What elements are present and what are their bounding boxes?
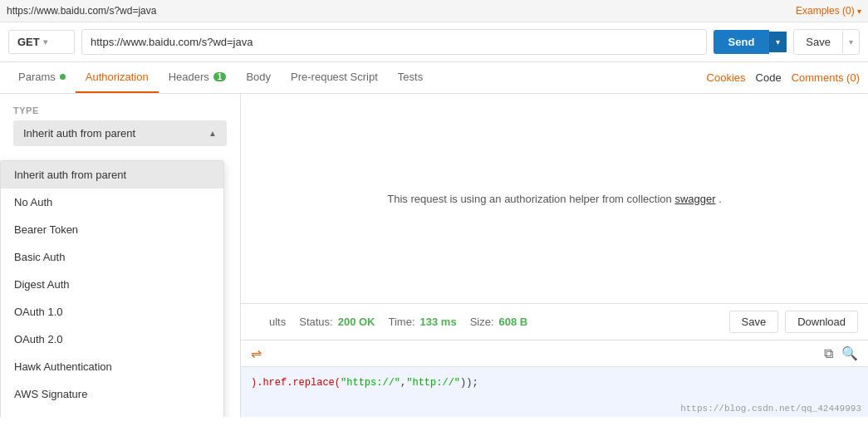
- save-arrow-button[interactable]: ▾: [842, 32, 859, 52]
- auth-info-end: .: [718, 193, 722, 205]
- type-label: TYPE: [0, 94, 240, 120]
- headers-badge: 1: [213, 72, 227, 81]
- auth-info-message: This request is using an authorization h…: [241, 94, 868, 303]
- tab-params-label: Params: [18, 71, 56, 83]
- main-content: TYPE Inherit auth from parent ▲ Inherit …: [0, 94, 868, 417]
- auth-option-aws[interactable]: AWS Signature: [1, 380, 223, 408]
- auth-option-digest[interactable]: Digest Auth: [1, 271, 223, 298]
- auth-option-oauth1[interactable]: OAuth 1.0: [1, 298, 223, 326]
- code-highlight: ).href.replace(: [251, 377, 341, 389]
- tab-authorization-label: Authorization: [86, 71, 149, 83]
- auth-option-noauth[interactable]: No Auth: [1, 189, 223, 216]
- response-toolbar: ⇌ ⧉ 🔍: [241, 340, 868, 367]
- response-save-button[interactable]: Save: [729, 311, 779, 333]
- auth-option-oauth2[interactable]: OAuth 2.0: [1, 326, 223, 353]
- tab-tests-label: Tests: [398, 71, 423, 83]
- swagger-link[interactable]: swagger: [674, 193, 715, 205]
- page-url: https://www.baidu.com/s?wd=java: [7, 5, 789, 17]
- size-value: 608 B: [499, 316, 528, 328]
- auth-option-hawk[interactable]: Hawk Authentication: [1, 353, 223, 380]
- code-line: ).href.replace("https://","http://"));: [251, 377, 478, 389]
- save-button[interactable]: Save: [794, 30, 842, 54]
- tab-prerequest-label: Pre-request Script: [291, 71, 378, 83]
- tab-authorization[interactable]: Authorization: [76, 62, 159, 93]
- code-link[interactable]: Code: [756, 71, 782, 84]
- tab-headers[interactable]: Headers 1: [159, 62, 237, 93]
- code-string-https: "https://": [341, 377, 400, 389]
- examples-label: Examples (0): [796, 5, 855, 17]
- auth-type-dropdown[interactable]: Inherit auth from parent ▲: [13, 120, 227, 146]
- response-download-button[interactable]: Download: [785, 311, 858, 333]
- tab-tests[interactable]: Tests: [388, 62, 433, 93]
- dropdown-arrow-icon: ▲: [208, 129, 217, 138]
- params-dot-icon: [60, 74, 66, 80]
- response-toolbar-right: ⧉ 🔍: [824, 345, 858, 361]
- tabs-bar: Params Authorization Headers 1 Body Pre-…: [0, 62, 868, 94]
- auth-option-bearer[interactable]: Bearer Token: [1, 216, 223, 243]
- time-group: Time: 133 ms: [389, 316, 457, 328]
- url-input[interactable]: [81, 29, 707, 55]
- auth-option-ntlm[interactable]: NTLM Authentication [Beta]: [1, 408, 223, 417]
- size-label: Size:: [470, 316, 494, 328]
- tab-prerequest[interactable]: Pre-request Script: [281, 62, 388, 93]
- results-label: ults: [269, 316, 286, 328]
- auth-option-inherit[interactable]: Inherit auth from parent: [1, 161, 223, 189]
- tab-headers-label: Headers: [169, 71, 209, 83]
- tab-params[interactable]: Params: [8, 62, 76, 93]
- method-arrow-icon: ▾: [43, 37, 47, 47]
- time-label: Time:: [389, 316, 415, 328]
- save-button-group: Save ▾: [793, 29, 860, 55]
- results-bar: ults Status: 200 OK Time: 133 ms Size: 6…: [241, 304, 868, 340]
- code-end: ));: [460, 377, 478, 389]
- examples-link[interactable]: Examples (0) ▾: [796, 5, 861, 17]
- status-value: 200 OK: [338, 316, 375, 328]
- send-arrow-button[interactable]: ▾: [769, 32, 787, 52]
- copy-icon[interactable]: ⧉: [824, 346, 833, 361]
- tab-body[interactable]: Body: [236, 62, 281, 93]
- response-icon: ⇌: [251, 345, 262, 361]
- response-actions: Save Download: [729, 311, 858, 333]
- right-panel: This request is using an authorization h…: [241, 94, 868, 417]
- response-area: ults Status: 200 OK Time: 133 ms Size: 6…: [241, 303, 868, 417]
- method-value: GET: [17, 36, 40, 48]
- auth-dropdown-menu: Inherit auth from parent No Auth Bearer …: [0, 160, 224, 417]
- search-icon[interactable]: 🔍: [841, 345, 858, 361]
- auth-type-value: Inherit auth from parent: [23, 127, 135, 140]
- send-button-group: Send ▾: [714, 30, 787, 54]
- status-label: Status:: [299, 316, 332, 328]
- tabs-right: Cookies Code Comments (0): [707, 71, 860, 84]
- top-bar: https://www.baidu.com/s?wd=java Examples…: [0, 0, 868, 22]
- tab-body-label: Body: [246, 71, 271, 83]
- url-hint: https://blog.csdn.net/qq_42449993: [680, 404, 861, 414]
- size-group: Size: 608 B: [470, 316, 528, 328]
- request-bar: GET ▾ Send ▾ Save ▾: [0, 22, 868, 62]
- auth-option-basic[interactable]: Basic Auth: [1, 243, 223, 271]
- response-content: ).href.replace("https://","http://")); h…: [241, 367, 868, 417]
- comments-link[interactable]: Comments (0): [792, 71, 860, 84]
- code-string-http: "http://": [406, 377, 460, 389]
- auth-panel: TYPE Inherit auth from parent ▲ Inherit …: [0, 94, 241, 417]
- auth-info-text: This request is using an authorization h…: [387, 193, 672, 205]
- status-group: Status: 200 OK: [299, 316, 375, 328]
- cookies-link[interactable]: Cookies: [707, 71, 746, 84]
- send-button[interactable]: Send: [714, 30, 770, 54]
- examples-arrow-icon: ▾: [857, 7, 861, 16]
- time-value: 133 ms: [420, 316, 457, 328]
- method-select[interactable]: GET ▾: [8, 30, 75, 54]
